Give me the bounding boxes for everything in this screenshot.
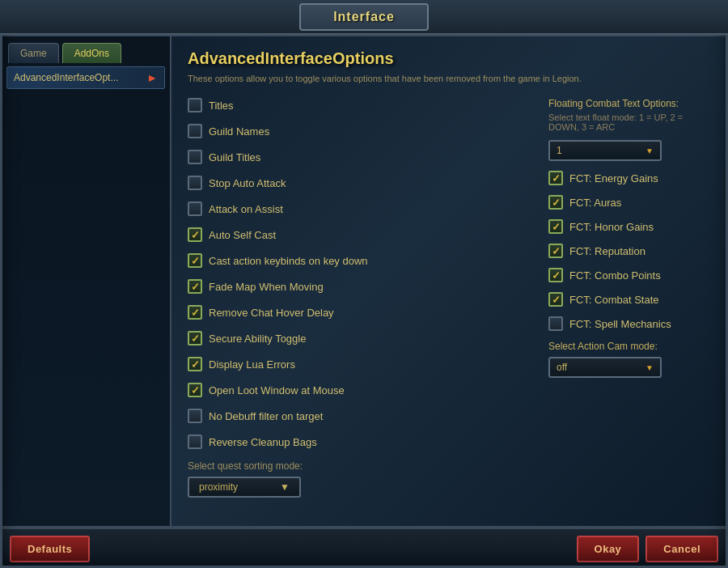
fct-item-honor-gains: FCT: Honor Gains xyxy=(548,219,710,234)
check-item-open-loot-window: Open Loot Window at Mouse xyxy=(188,383,532,397)
tab-addons[interactable]: AddOns xyxy=(62,43,121,63)
quest-sort-label: Select quest sorting mode: xyxy=(188,460,532,472)
checkbox-open-loot-window[interactable] xyxy=(188,383,202,397)
quest-sort-arrow: ▼ xyxy=(280,481,290,493)
label-secure-ability-toggle[interactable]: Secure Ability Toggle xyxy=(209,333,306,345)
content-description: These options allow you to toggle variou… xyxy=(188,73,710,85)
cancel-button[interactable]: Cancel xyxy=(645,536,718,562)
checkbox-guild-titles[interactable] xyxy=(188,150,202,164)
checkbox-cast-action-keybinds[interactable] xyxy=(188,253,202,268)
quest-sort-dropdown[interactable]: proximity ▼ xyxy=(188,477,301,498)
addon-item-label: AdvancedInterfaceOpt... xyxy=(14,72,118,83)
checkbox-fct-auras[interactable] xyxy=(548,195,563,210)
fct-item-energy-gains: FCT: Energy Gains xyxy=(548,171,710,185)
options-column-left: Titles Guild Names Guild Titles Stop Aut… xyxy=(188,98,532,498)
title-bar-inner: Interface xyxy=(299,3,429,31)
checkbox-fct-reputation[interactable] xyxy=(548,244,563,258)
fct-item-combat-state: FCT: Combat State xyxy=(548,292,710,307)
check-item-guild-titles: Guild Titles xyxy=(188,150,532,164)
options-column-right: Floating Combat Text Options: Select tex… xyxy=(548,98,710,498)
label-fct-combo-points[interactable]: FCT: Combo Points xyxy=(569,269,661,282)
checkbox-no-debuff-filter[interactable] xyxy=(188,409,202,423)
label-titles[interactable]: Titles xyxy=(209,100,234,112)
two-column-layout: Titles Guild Names Guild Titles Stop Aut… xyxy=(188,98,710,498)
tab-bar: Game AddOns xyxy=(2,36,170,63)
okay-button[interactable]: Okay xyxy=(577,536,640,562)
label-open-loot-window[interactable]: Open Loot Window at Mouse xyxy=(209,384,345,396)
checkbox-fct-combat-state[interactable] xyxy=(548,292,563,307)
addon-item-arrow: ► xyxy=(146,71,158,84)
checkbox-remove-chat-hover[interactable] xyxy=(188,305,202,320)
check-item-attack-on-assist: Attack on Assist xyxy=(188,201,532,216)
check-item-auto-self-cast: Auto Self Cast xyxy=(188,227,532,242)
label-display-lua-errors[interactable]: Display Lua Errors xyxy=(209,358,295,371)
label-reverse-cleanup-bags[interactable]: Reverse Cleanup Bags xyxy=(209,436,317,448)
defaults-button[interactable]: Defaults xyxy=(10,536,90,562)
check-item-reverse-cleanup-bags: Reverse Cleanup Bags xyxy=(188,434,532,449)
fct-subtitle: Select text float mode: 1 = UP, 2 = DOWN… xyxy=(548,112,710,132)
fct-title: Floating Combat Text Options: xyxy=(548,98,710,109)
fct-item-reputation: FCT: Reputation xyxy=(548,244,710,258)
label-fct-honor-gains[interactable]: FCT: Honor Gains xyxy=(569,221,654,233)
label-guild-titles[interactable]: Guild Titles xyxy=(209,151,260,163)
checkbox-secure-ability-toggle[interactable] xyxy=(188,331,202,345)
quest-sort-value: proximity xyxy=(199,481,238,493)
title-bar: Interface xyxy=(0,0,728,35)
main-container: Game AddOns AdvancedInterfaceOpt... ► Ad… xyxy=(0,35,728,528)
check-item-cast-action-keybinds: Cast action keybinds on key down xyxy=(188,253,532,268)
checkbox-auto-self-cast[interactable] xyxy=(188,227,202,242)
fct-mode-arrow: ▼ xyxy=(645,146,654,155)
action-cam-label: Select Action Cam mode: xyxy=(548,341,710,352)
fct-item-auras: FCT: Auras xyxy=(548,195,710,210)
label-fct-auras[interactable]: FCT: Auras xyxy=(569,197,621,209)
label-remove-chat-hover[interactable]: Remove Chat Hover Delay xyxy=(209,307,334,319)
window-title: Interface xyxy=(333,10,395,23)
label-no-debuff-filter[interactable]: No Debuff filter on target xyxy=(209,410,323,422)
content-area: AdvancedInterfaceOptions These options a… xyxy=(171,36,726,526)
label-guild-names[interactable]: Guild Names xyxy=(209,125,269,138)
check-item-titles: Titles xyxy=(188,98,532,112)
checkbox-fade-map-moving[interactable] xyxy=(188,279,202,294)
action-cam-value: off xyxy=(557,362,567,373)
label-fct-spell-mechanics[interactable]: FCT: Spell Mechanics xyxy=(569,318,671,330)
checkbox-reverse-cleanup-bags[interactable] xyxy=(188,434,202,449)
check-item-display-lua-errors: Display Lua Errors xyxy=(188,357,532,371)
checkbox-titles[interactable] xyxy=(188,98,202,112)
checkbox-display-lua-errors[interactable] xyxy=(188,357,202,371)
tab-game[interactable]: Game xyxy=(8,43,59,63)
label-fct-combat-state[interactable]: FCT: Combat State xyxy=(569,294,659,306)
addon-item-advanced-interface[interactable]: AdvancedInterfaceOpt... ► xyxy=(6,66,165,89)
action-cam-dropdown[interactable]: off ▼ xyxy=(548,357,662,378)
checkbox-attack-on-assist[interactable] xyxy=(188,201,202,216)
label-fct-reputation[interactable]: FCT: Reputation xyxy=(569,245,645,257)
checkbox-stop-auto-attack[interactable] xyxy=(188,176,202,190)
label-cast-action-keybinds[interactable]: Cast action keybinds on key down xyxy=(209,255,368,267)
fct-mode-dropdown[interactable]: 1 ▼ xyxy=(548,140,662,161)
fct-mode-value: 1 xyxy=(557,145,562,156)
bottom-bar: Defaults Okay Cancel xyxy=(0,528,728,568)
checkbox-fct-combo-points[interactable] xyxy=(548,268,563,282)
check-item-remove-chat-hover: Remove Chat Hover Delay xyxy=(188,305,532,320)
label-attack-on-assist[interactable]: Attack on Assist xyxy=(209,203,283,215)
checkbox-fct-energy-gains[interactable] xyxy=(548,171,563,185)
check-item-stop-auto-attack: Stop Auto Attack xyxy=(188,176,532,190)
label-fct-energy-gains[interactable]: FCT: Energy Gains xyxy=(569,172,658,184)
fct-item-spell-mechanics: FCT: Spell Mechanics xyxy=(548,316,710,331)
label-auto-self-cast[interactable]: Auto Self Cast xyxy=(209,229,276,241)
fct-item-combo-points: FCT: Combo Points xyxy=(548,268,710,282)
confirm-buttons: Okay Cancel xyxy=(577,536,718,562)
check-item-secure-ability-toggle: Secure Ability Toggle xyxy=(188,331,532,345)
label-fade-map-moving[interactable]: Fade Map When Moving xyxy=(209,281,324,293)
sidebar: Game AddOns AdvancedInterfaceOpt... ► xyxy=(2,36,171,526)
checkbox-guild-names[interactable] xyxy=(188,124,202,138)
action-cam-arrow: ▼ xyxy=(645,363,654,372)
checkbox-fct-honor-gains[interactable] xyxy=(548,219,563,234)
label-stop-auto-attack[interactable]: Stop Auto Attack xyxy=(209,177,286,189)
check-item-no-debuff-filter: No Debuff filter on target xyxy=(188,409,532,423)
check-item-fade-map-moving: Fade Map When Moving xyxy=(188,279,532,294)
check-item-guild-names: Guild Names xyxy=(188,124,532,138)
checkbox-fct-spell-mechanics[interactable] xyxy=(548,316,563,331)
content-title: AdvancedInterfaceOptions xyxy=(188,49,710,68)
